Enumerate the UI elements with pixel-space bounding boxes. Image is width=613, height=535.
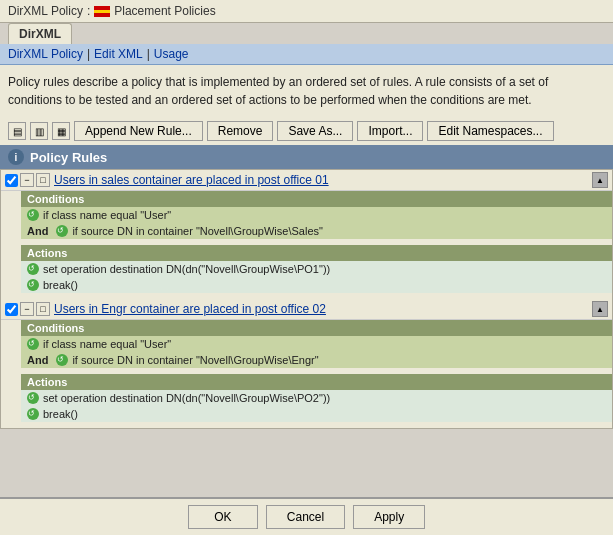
rule-1-act-1-icon	[27, 263, 39, 275]
rule-2-action-2: break()	[21, 406, 612, 422]
edit-namespaces-button[interactable]: Edit Namespaces...	[427, 121, 553, 141]
rule-2-checkbox[interactable]	[5, 303, 18, 316]
rule-2-link[interactable]: Users in Engr container are placed in po…	[54, 302, 326, 316]
rule-2-condition-1: if class name equal "User"	[21, 336, 612, 352]
policy-rules-title: Policy Rules	[30, 150, 107, 165]
save-as-button[interactable]: Save As...	[277, 121, 353, 141]
rule-2-cond-1-icon	[27, 338, 39, 350]
rule-2-act-2-text: break()	[43, 408, 78, 420]
rule-row-2: − □ Users in Engr container are placed i…	[1, 299, 612, 320]
rule-1-cond-2-icon	[56, 225, 68, 237]
rule-1-cond-2-text: if source DN in container "Novell\GroupW…	[72, 225, 323, 237]
rule-2-cond-2-text: if source DN in container "Novell\GroupW…	[72, 354, 318, 366]
rule-2-act-1-icon	[27, 392, 39, 404]
rule-1-act-2-text: break()	[43, 279, 78, 291]
flag-icon	[94, 6, 110, 17]
nav-sep2: |	[147, 47, 150, 61]
rule-1-condition-2: And if source DN in container "Novell\Gr…	[21, 223, 612, 239]
rule-1-controls: − □	[20, 173, 50, 187]
rule-2-minus-btn[interactable]: −	[20, 302, 34, 316]
info-icon: i	[8, 149, 24, 165]
rule-1-cond-1-icon	[27, 209, 39, 221]
toolbar: ▤ ▥ ▦ Append New Rule... Remove Save As.…	[0, 117, 613, 145]
tab-dirxml[interactable]: DirXML	[8, 23, 72, 44]
rule-2-conditions-header: Conditions	[21, 320, 612, 336]
cancel-button[interactable]: Cancel	[266, 505, 345, 529]
description-line1: Policy rules describe a policy that is i…	[8, 73, 605, 91]
rule-1-cond-1-text: if class name equal "User"	[43, 209, 171, 221]
description: Policy rules describe a policy that is i…	[0, 65, 613, 117]
page-title: Placement Policies	[114, 4, 215, 18]
rule-1-link[interactable]: Users in sales container are placed in p…	[54, 173, 329, 187]
rules-container: − □ Users in sales container are placed …	[0, 169, 613, 429]
rule-1-plus-btn[interactable]: □	[36, 173, 50, 187]
rule-1-conditions-header: Conditions	[21, 191, 612, 207]
rule-2-act-1-text: set operation destination DN(dn("Novell\…	[43, 392, 330, 404]
apply-button[interactable]: Apply	[353, 505, 425, 529]
rule-2-act-2-icon	[27, 408, 39, 420]
ok-button[interactable]: OK	[188, 505, 258, 529]
rule-1-minus-btn[interactable]: −	[20, 173, 34, 187]
footer: OK Cancel Apply	[0, 497, 613, 535]
append-new-rule-button[interactable]: Append New Rule...	[74, 121, 203, 141]
toolbar-icon-3[interactable]: ▦	[52, 122, 70, 140]
policy-rules-header: i Policy Rules	[0, 145, 613, 169]
rule-2-plus-btn[interactable]: □	[36, 302, 50, 316]
remove-button[interactable]: Remove	[207, 121, 274, 141]
nav-usage[interactable]: Usage	[154, 47, 189, 61]
rule-1-act-1-text: set operation destination DN(dn("Novell\…	[43, 263, 330, 275]
rule-1-section: Conditions if class name equal "User" An…	[21, 191, 612, 299]
rule-2-cond-1-text: if class name equal "User"	[43, 338, 171, 350]
rule-2-and-label: And	[27, 354, 48, 366]
toolbar-icon-1[interactable]: ▤	[8, 122, 26, 140]
app-title: DirXML Policy	[8, 4, 83, 18]
nav-bar: DirXML Policy | Edit XML | Usage	[0, 44, 613, 65]
rule-1-action-2: break()	[21, 277, 612, 293]
rule-2-section: Conditions if class name equal "User" An…	[21, 320, 612, 428]
nav-sep1: |	[87, 47, 90, 61]
rule-1-checkbox[interactable]	[5, 174, 18, 187]
rule-2-controls: − □	[20, 302, 50, 316]
title-separator: :	[87, 4, 90, 18]
rule-1-condition-1: if class name equal "User"	[21, 207, 612, 223]
rule-2-actions-header: Actions	[21, 374, 612, 390]
import-button[interactable]: Import...	[357, 121, 423, 141]
rule-2-action-1: set operation destination DN(dn("Novell\…	[21, 390, 612, 406]
rule-1-actions-header: Actions	[21, 245, 612, 261]
rule-2-scroll-up[interactable]: ▲	[592, 301, 608, 317]
rule-1-and-label: And	[27, 225, 48, 237]
rule-row-1: − □ Users in sales container are placed …	[1, 170, 612, 191]
title-bar: DirXML Policy : Placement Policies	[0, 0, 613, 23]
description-line2: conditions to be tested and an ordered s…	[8, 91, 605, 109]
toolbar-icon-2[interactable]: ▥	[30, 122, 48, 140]
rule-1-act-2-icon	[27, 279, 39, 291]
rule-1-action-1: set operation destination DN(dn("Novell\…	[21, 261, 612, 277]
rule-2-cond-2-icon	[56, 354, 68, 366]
rule-1-scroll-up[interactable]: ▲	[592, 172, 608, 188]
rule-2-condition-2: And if source DN in container "Novell\Gr…	[21, 352, 612, 368]
nav-edit-xml[interactable]: Edit XML	[94, 47, 143, 61]
nav-dirxml-policy[interactable]: DirXML Policy	[8, 47, 83, 61]
